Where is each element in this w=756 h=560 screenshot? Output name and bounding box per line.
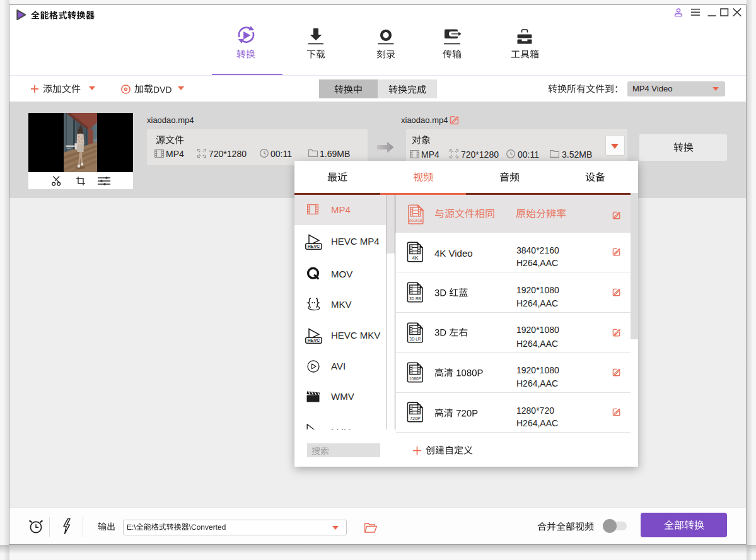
svg-text:720P: 720P: [410, 416, 421, 421]
svg-text:HEVC: HEVC: [308, 338, 320, 342]
svg-text:1080P: 1080P: [409, 376, 422, 381]
svg-text:3D RB: 3D RB: [409, 296, 421, 301]
svg-text:source: source: [409, 218, 422, 223]
svg-text:HEVC: HEVC: [308, 244, 320, 248]
svg-text:4K: 4K: [412, 255, 419, 261]
svg-text:3D LR: 3D LR: [409, 337, 421, 341]
